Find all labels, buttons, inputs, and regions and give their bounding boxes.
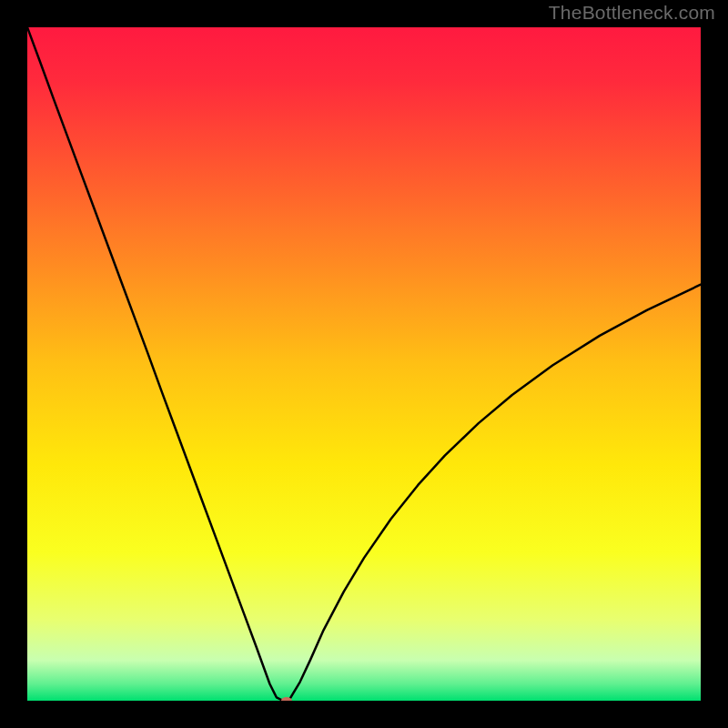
bottleneck-chart bbox=[27, 27, 701, 701]
attribution-text: TheBottleneck.com bbox=[549, 2, 715, 24]
chart-background bbox=[27, 27, 701, 701]
